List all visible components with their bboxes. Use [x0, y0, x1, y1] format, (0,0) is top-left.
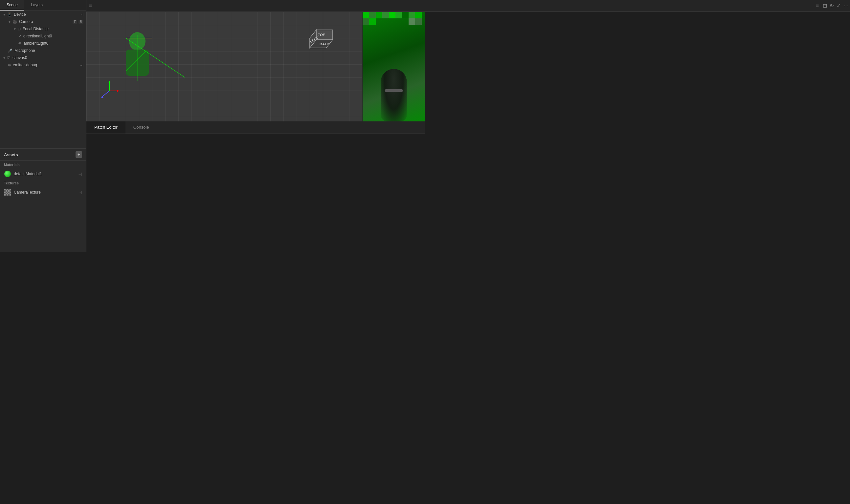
asset-link-icon: →|	[78, 191, 82, 194]
assets-header: Assets +	[0, 149, 86, 161]
svg-rect-22	[382, 12, 389, 18]
wire-overlay	[86, 134, 185, 183]
tab-scene[interactable]: Scene	[0, 0, 24, 11]
assets-panel: Assets + Materials defaultMaterial1 →| T…	[0, 149, 86, 252]
tree-item-camera[interactable]: ▼ 🎥 Camera F B	[0, 18, 86, 25]
svg-rect-20	[369, 12, 376, 18]
glasses	[385, 89, 403, 92]
app: Scene Layers ▼ 📱 Device →| ▼ 🎥 Camera F	[0, 0, 425, 252]
svg-text:BACK: BACK	[319, 42, 330, 46]
svg-rect-31	[415, 18, 422, 25]
camera-preview	[363, 12, 425, 121]
main-content: ≡ ≡ ⊞ ↻ ✓ ⋯	[86, 0, 425, 252]
texture-icon	[4, 189, 11, 196]
ambient-icon: ◎	[18, 41, 22, 46]
assets-title: Assets	[4, 152, 18, 157]
svg-rect-25	[402, 12, 409, 18]
svg-rect-29	[369, 18, 376, 25]
tree-item-label: Focal Distance	[23, 26, 83, 31]
link-icon: →|	[79, 63, 83, 67]
asset-label: defaultMaterial1	[14, 172, 78, 176]
svg-rect-24	[396, 12, 402, 18]
tree-item-label: ambientLight0	[24, 41, 83, 46]
material-ball	[4, 170, 11, 177]
material-icon	[4, 170, 11, 178]
svg-marker-6	[108, 81, 110, 83]
svg-rect-19	[363, 12, 369, 18]
arrow-icon: ▼	[3, 56, 6, 60]
svg-text:TOP: TOP	[317, 33, 326, 37]
svg-rect-23	[389, 12, 396, 18]
tree-item-label: emitter-debug	[13, 63, 79, 67]
canvas-icon: ☑	[7, 56, 11, 60]
svg-rect-27	[415, 12, 422, 18]
patch-editor-canvas[interactable]: Device Info X 750 Y 1334 Screen Size	[86, 134, 425, 252]
asset-item-default-material[interactable]: defaultMaterial1 →|	[0, 169, 86, 179]
viewport-3d[interactable]: BACK LEFT TOP	[86, 12, 363, 121]
tree-item-label: Device	[14, 12, 79, 17]
scene-tree: ▼ 📱 Device →| ▼ 🎥 Camera F B ▼ ⊡ F	[0, 11, 86, 149]
asset-item-camera-texture[interactable]: CameraTexture →|	[0, 187, 86, 198]
tree-item-label: canvas0	[13, 55, 83, 60]
arrow-icon: ▼	[13, 27, 16, 31]
person-silhouette	[381, 69, 407, 121]
tree-item-canvas[interactable]: ▼ ☑ canvas0	[0, 54, 86, 61]
view-cube[interactable]: BACK LEFT TOP	[300, 22, 343, 62]
camera-feed	[363, 12, 425, 121]
asset-link-icon: →|	[78, 172, 82, 176]
arrow-icon: ▼	[8, 20, 11, 24]
tree-item-dirlight[interactable]: ↗ directionalLight0	[0, 33, 86, 40]
tree-item-label: Camera	[19, 19, 71, 24]
link-icon: →|	[79, 13, 83, 16]
light-icon: ↗	[18, 34, 21, 38]
badge-f: F	[73, 20, 77, 24]
materials-section-label: Materials	[0, 161, 86, 169]
green-figure	[119, 32, 155, 81]
svg-rect-21	[376, 12, 382, 18]
tree-item-amblight[interactable]: ◎ ambientLight0	[0, 40, 86, 47]
tree-item-label: Microphone	[15, 48, 83, 53]
tree-item-device[interactable]: ▼ 📱 Device →|	[0, 11, 86, 18]
viewport-area: ≡ ≡ ⊞ ↻ ✓ ⋯	[86, 0, 425, 121]
editor-tab-bar: Patch Editor Console	[86, 121, 425, 134]
camera-icon: 🎥	[13, 20, 17, 24]
emitter-icon: ⊕	[8, 63, 11, 67]
svg-rect-28	[363, 18, 369, 25]
tab-console[interactable]: Console	[125, 121, 157, 133]
badge-b: B	[79, 20, 83, 24]
axes	[96, 78, 122, 105]
top-bar: ≡ ≡ ⊞ ↻ ✓ ⋯	[86, 0, 425, 12]
tree-item-label: directionalLight0	[23, 34, 83, 38]
top-area: Scene Layers ▼ 📱 Device →| ▼ 🎥 Camera F	[0, 0, 425, 252]
textures-section-label: Textures	[0, 179, 86, 187]
svg-marker-4	[117, 90, 119, 92]
tree-item-emitter[interactable]: ⊕ emitter-debug →|	[0, 61, 86, 69]
device-icon: 📱	[7, 13, 12, 17]
svg-rect-26	[409, 12, 415, 18]
tree-item-microphone[interactable]: 🎤 Microphone	[0, 47, 86, 54]
left-panel: Scene Layers ▼ 📱 Device →| ▼ 🎥 Camera F	[0, 0, 86, 252]
tree-item-focal[interactable]: ▼ ⊡ Focal Distance	[0, 25, 86, 33]
texture-preview	[4, 189, 11, 196]
tab-patch-editor[interactable]: Patch Editor	[86, 121, 125, 133]
tab-layers[interactable]: Layers	[24, 0, 49, 11]
hamburger-left[interactable]: ≡	[86, 0, 94, 12]
arrow-icon: ▼	[3, 13, 6, 16]
focal-icon: ⊡	[18, 27, 21, 31]
scene-tab-bar: Scene Layers	[0, 0, 86, 11]
asset-label: CameraTexture	[14, 190, 78, 195]
svg-rect-30	[409, 18, 415, 25]
microphone-icon: 🎤	[8, 49, 13, 53]
add-asset-button[interactable]: +	[75, 151, 82, 158]
